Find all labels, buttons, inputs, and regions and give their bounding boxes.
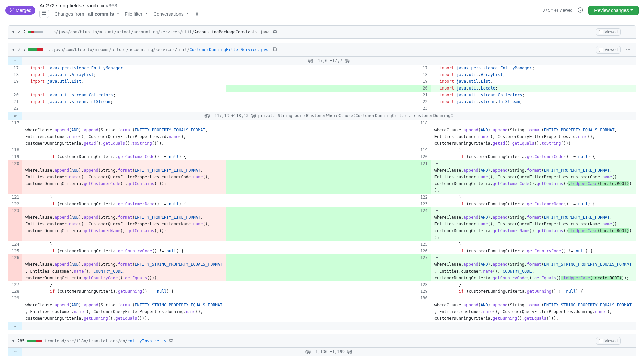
files-viewed-label: 0 / 5 files viewed <box>543 8 573 13</box>
kebab-icon[interactable]: ⋯ <box>625 46 632 54</box>
file-link[interactable]: entityInvoice.js <box>127 339 166 343</box>
diff-stat-squares <box>28 48 43 51</box>
svg-rect-3 <box>273 48 276 51</box>
svg-rect-4 <box>273 47 276 50</box>
viewed-checkbox-input[interactable] <box>599 30 603 34</box>
file-tree-icon[interactable] <box>39 10 49 18</box>
chevron-down-icon[interactable]: ▾ <box>12 339 14 343</box>
copy-icon[interactable] <box>272 29 277 35</box>
viewed-checkbox[interactable]: Viewed <box>596 337 621 345</box>
changes-from-dropdown[interactable]: Changes from all commits <box>54 11 119 17</box>
hunk-header: @@ -1,136 +1,199 @@ <box>22 348 636 356</box>
expand-down-icon[interactable]: ⇣ <box>8 322 22 330</box>
diff-count: 285 <box>17 339 25 343</box>
pr-title: Ar 272 string fields search fix #363 <box>39 3 199 8</box>
chevron-down-icon[interactable]: ▾ <box>12 47 14 52</box>
expand-icon[interactable]: ⤢ <box>17 30 21 34</box>
diff-count: 2 <box>23 30 26 34</box>
diff-count: 7 <box>23 47 26 52</box>
file-path: ...java/com/blubito/misumi/artool/accoun… <box>46 47 270 52</box>
file-path: ...h/java/com/blubito/misumi/artool/acco… <box>46 30 270 34</box>
conversations-dropdown[interactable]: Conversations <box>153 11 189 17</box>
review-changes-button[interactable]: Review changes <box>588 6 639 15</box>
viewed-checkbox[interactable]: Viewed <box>596 46 621 54</box>
gear-icon[interactable] <box>194 11 200 17</box>
diff-stat-squares <box>28 31 43 33</box>
chevron-down-icon[interactable]: ▾ <box>12 30 14 34</box>
info-icon[interactable] <box>578 7 583 14</box>
merged-badge: Merged <box>5 6 35 15</box>
diff-table: ⇡@@ -17,6 +17,7 @@ 17 import javax.persi… <box>8 57 636 330</box>
merged-label: Merged <box>15 8 31 13</box>
svg-rect-5 <box>170 339 173 342</box>
svg-rect-1 <box>273 30 276 33</box>
pr-number: #363 <box>106 3 117 8</box>
hunk-header: @@ -17,6 +17,7 @@ <box>22 57 636 65</box>
diff-stat-squares <box>27 340 42 342</box>
expand-icon[interactable]: ⤢ <box>17 47 21 52</box>
kebab-icon[interactable]: ⋯ <box>625 337 632 345</box>
expand-icon[interactable]: ⇵ <box>8 112 22 120</box>
copy-icon[interactable] <box>272 47 277 53</box>
expand-up-icon[interactable]: ⇡ <box>8 57 22 65</box>
svg-rect-6 <box>170 339 172 341</box>
file-path: frontend/src/i18n/translations/en/entity… <box>45 339 166 343</box>
viewed-checkbox-input[interactable] <box>599 339 603 343</box>
kebab-icon[interactable]: ⋯ <box>625 28 632 36</box>
file-filter-dropdown[interactable]: File filter <box>125 11 148 17</box>
svg-rect-2 <box>273 30 276 32</box>
merge-icon <box>9 8 14 13</box>
expand-icon[interactable]: ⋯ <box>8 348 22 356</box>
diff-table: ⋯@@ -1,136 +1,199 @@ 1-export const ENTI… <box>8 348 636 356</box>
copy-icon[interactable] <box>169 338 174 344</box>
viewed-checkbox-input[interactable] <box>599 48 603 52</box>
hunk-header: @@ -117,13 +118,13 @@ private String bui… <box>22 112 636 120</box>
viewed-checkbox[interactable]: Viewed <box>596 28 621 36</box>
file-link[interactable]: CustomerDunningFilterService.java <box>190 47 270 52</box>
